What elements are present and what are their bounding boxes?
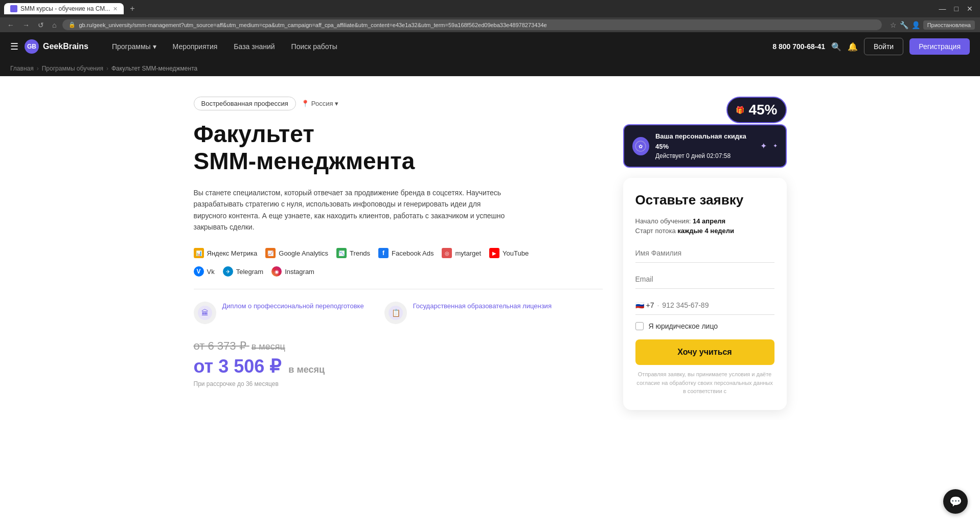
tab-close-button[interactable]: ✕ (113, 6, 118, 12)
discount-seal: ✿ (632, 137, 649, 155)
discount-percent-badge: 45% (748, 102, 777, 118)
instagram-icon: ◉ (271, 266, 282, 277)
nav-programs[interactable]: Программы ▾ (104, 32, 165, 61)
phone-input[interactable] (662, 296, 774, 314)
tab-favicon (10, 5, 17, 12)
location-selector[interactable]: 📍 Россия ▾ (301, 100, 339, 107)
right-panel: 🎁 45% ✿ Ваша персональная скидка 45% Дей… (623, 97, 787, 410)
flag-icon: 🇷🇺 (635, 301, 644, 309)
tool-vk: V Vk (194, 266, 215, 277)
svg-text:📋: 📋 (391, 309, 400, 317)
extension-icon[interactable]: 🔧 (900, 21, 908, 29)
mytarget-icon: ◎ (442, 248, 452, 258)
suspended-label: Приостановлена (927, 22, 971, 28)
forward-button[interactable]: → (20, 20, 32, 30)
cert-diploma-text: Диплом о профессиональной переподготовке (222, 302, 364, 311)
gift-icon: 🎁 (736, 106, 744, 114)
certificates-row: 🏛 Диплом о профессиональной переподготов… (194, 302, 603, 324)
tab-title: SMM курсы - обучение на СМ... (20, 5, 110, 12)
search-icon[interactable]: 🔍 (831, 42, 841, 52)
form-start-date: Начало обучения: 14 апреля (635, 217, 774, 225)
email-input[interactable] (635, 270, 774, 289)
nav-events[interactable]: Мероприятия (165, 32, 226, 61)
cert-license-text: Государственная образовательная лицензия (413, 302, 552, 311)
address-bar: ← → ↺ ⌂ 🔒 gb.ru/geek_university/smm-mana… (0, 17, 980, 32)
back-button[interactable]: ← (5, 20, 16, 30)
price-note: При рассрочке до 36 месяцев (194, 380, 603, 387)
logo-text: GeekBrains (43, 42, 88, 51)
trends-icon: 📉 (336, 248, 347, 258)
diploma-icon: 🏛 (194, 302, 216, 324)
youtube-icon: ▶ (489, 248, 499, 258)
form-stream-info: Старт потока каждые 4 недели (635, 227, 774, 235)
legal-label[interactable]: Я юридическое лицо (649, 322, 718, 330)
legal-checkbox-row: Я юридическое лицо (635, 322, 774, 330)
page-title: Факультет SMM-менеджмента (194, 121, 603, 175)
site-logo[interactable]: GB GeekBrains (25, 39, 88, 54)
window-controls: — □ ✕ (936, 4, 976, 14)
divider (194, 289, 603, 289)
yandex-metrika-icon: 📊 (194, 248, 204, 258)
maximize-button[interactable]: □ (951, 4, 962, 14)
url-input[interactable]: 🔒 gb.ru/geek_university/smm-management?u… (62, 19, 881, 30)
chevron-down-icon: ▾ (153, 42, 156, 51)
close-button[interactable]: ✕ (964, 4, 976, 14)
nav-right: 8 800 700-68-41 🔍 🔔 Войти Регистрация (772, 38, 970, 55)
refresh-button[interactable]: ↺ (36, 20, 46, 30)
tool-facebook-ads: f Facebook Ads (378, 248, 434, 258)
star-icon[interactable]: ☆ (890, 21, 897, 29)
form-disclaimer: Отправляя заявку, вы принимаете условия … (635, 370, 774, 396)
phone-row: 🇷🇺 +7 · (635, 296, 774, 315)
breadcrumb-programs[interactable]: Программы обучения (42, 65, 103, 72)
bell-icon[interactable]: 🔔 (848, 42, 858, 52)
suspended-button[interactable]: Приостановлена (923, 20, 975, 30)
form-card: Оставьте заявку Начало обучения: 14 апре… (623, 178, 787, 410)
tools-row-2: V Vk ✈ Telegram ◉ Instagram (194, 266, 603, 277)
price-old: от 6 373 ₽ в месяц (194, 339, 603, 353)
register-button[interactable]: Регистрация (909, 38, 970, 55)
logo-icon: GB (25, 39, 39, 54)
form-info: Начало обучения: 14 апреля Старт потока … (635, 217, 774, 235)
cert-diploma: 🏛 Диплом о профессиональной переподготов… (194, 302, 364, 324)
breadcrumb: Главная › Программы обучения › Факультет… (0, 61, 980, 76)
discount-cloud-top: 🎁 45% (726, 97, 786, 123)
site-navigation: ☰ GB GeekBrains Программы ▾ Мероприятия … (0, 32, 980, 61)
telegram-icon: ✈ (223, 266, 233, 277)
main-content: Востребованная профессия 📍 Россия ▾ Факу… (184, 76, 797, 420)
price-new: от 3 506 ₽ в месяц (194, 356, 603, 377)
vk-icon: V (194, 266, 204, 277)
nav-menu: Программы ▾ Мероприятия База знаний Поис… (104, 32, 346, 61)
discount-bar: ✿ Ваша персональная скидка 45% Действует… (623, 124, 787, 168)
hamburger-menu[interactable]: ☰ (10, 41, 18, 52)
tool-google-analytics: 📈 Google Analytics (265, 248, 328, 258)
legal-checkbox[interactable] (635, 322, 644, 330)
form-title: Оставьте заявку (635, 192, 774, 208)
facebook-ads-icon: f (378, 248, 389, 258)
browser-tab[interactable]: SMM курсы - обучение на СМ... ✕ (4, 3, 124, 14)
nav-knowledge[interactable]: База знаний (225, 32, 283, 61)
nav-jobs[interactable]: Поиск работы (283, 32, 346, 61)
google-analytics-icon: 📈 (265, 248, 276, 258)
tool-trends: 📉 Trends (336, 248, 370, 258)
page-description: Вы станете специалистом, который отвечае… (194, 187, 511, 233)
location-label: Россия (311, 100, 333, 107)
browser-chrome: SMM курсы - обучение на СМ... ✕ + — □ ✕ (0, 0, 980, 17)
minimize-button[interactable]: — (936, 4, 949, 14)
license-icon: 📋 (384, 302, 407, 324)
tool-youtube: ▶ YouTube (489, 248, 529, 258)
profile-icon[interactable]: 👤 (911, 21, 920, 29)
address-right: ☆ 🔧 👤 Приостановлена (890, 20, 975, 30)
login-button[interactable]: Войти (864, 38, 903, 55)
name-input[interactable] (635, 244, 774, 263)
submit-button[interactable]: Хочу учиться (635, 339, 774, 365)
tool-instagram: ◉ Instagram (271, 266, 314, 277)
sparkle-icon: ✦ (760, 141, 767, 151)
sparkle-icon-2: ✦ (773, 143, 778, 149)
new-tab-button[interactable]: + (130, 4, 134, 13)
phone-code: +7 (646, 301, 654, 309)
breadcrumb-home[interactable]: Главная (10, 65, 34, 72)
home-button[interactable]: ⌂ (50, 20, 58, 30)
tags-row: Востребованная профессия 📍 Россия ▾ (194, 97, 603, 110)
tool-yandex-metrika: 📊 Яндекс Метрика (194, 248, 258, 258)
tool-mytarget: ◎ mytarget (442, 248, 481, 258)
